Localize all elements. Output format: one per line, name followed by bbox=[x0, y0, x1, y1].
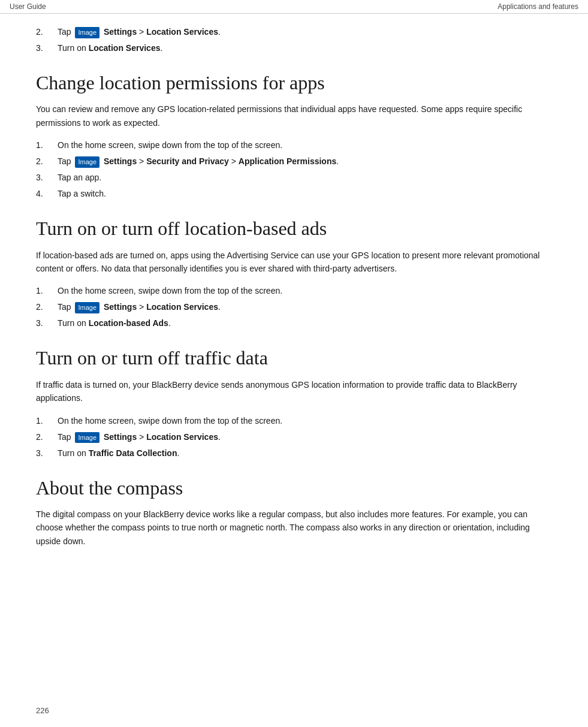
step-text: Turn on Location-based Ads. bbox=[58, 317, 552, 330]
step-text: Turn on Location Services. bbox=[58, 42, 552, 55]
step-item: 3. Turn on Traffic Data Collection. bbox=[36, 447, 552, 460]
bold-text: Settings bbox=[104, 27, 137, 37]
bold-text: Security and Privacy bbox=[146, 156, 229, 166]
step-text: On the home screen, swipe down from the … bbox=[58, 415, 552, 427]
page-header: User Guide Applications and features bbox=[0, 0, 588, 14]
bold-text: Settings bbox=[104, 432, 137, 442]
step-item: 1. On the home screen, swipe down from t… bbox=[36, 415, 552, 427]
step-item: 3. Turn on Location-based Ads. bbox=[36, 317, 552, 330]
step-number: 4. bbox=[36, 188, 58, 200]
page-footer: 226 bbox=[36, 706, 49, 715]
step-text: Tap an app. bbox=[58, 171, 552, 184]
bold-text: Location Services bbox=[89, 43, 161, 53]
page-number: 226 bbox=[36, 706, 49, 715]
step-item: 2. Tap Image Settings > Location Service… bbox=[36, 301, 552, 313]
header-left: User Guide bbox=[10, 2, 46, 11]
header-right: Applications and features bbox=[497, 2, 578, 11]
bold-text: Settings bbox=[104, 156, 137, 166]
bold-text: Location Services bbox=[146, 432, 218, 442]
step-text: Tap a switch. bbox=[58, 188, 552, 200]
step-number: 1. bbox=[36, 285, 58, 297]
step-item: 4. Tap a switch. bbox=[36, 188, 552, 200]
step-number: 3. bbox=[36, 447, 58, 460]
step-item: 2. Tap Image Settings > Location Service… bbox=[36, 431, 552, 444]
section-description: You can review and remove any GPS locati… bbox=[36, 102, 552, 129]
step-number: 3. bbox=[36, 171, 58, 184]
section-about-compass: About the compassThe digital compass on … bbox=[36, 476, 552, 548]
step-item: 1. On the home screen, swipe down from t… bbox=[36, 285, 552, 297]
intro-steps: 2. Tap Image Settings > Location Service… bbox=[36, 26, 552, 55]
step-item: 2. Tap Image Settings > Location Service… bbox=[36, 26, 552, 38]
step-text: On the home screen, swipe down from the … bbox=[58, 139, 552, 152]
section-change-location-permissions: Change location permissions for appsYou … bbox=[36, 71, 552, 200]
section-steps: 1. On the home screen, swipe down from t… bbox=[36, 139, 552, 200]
step-text: Turn on Traffic Data Collection. bbox=[58, 447, 552, 460]
bold-text: Location Services bbox=[146, 27, 218, 37]
section-steps: 1. On the home screen, swipe down from t… bbox=[36, 285, 552, 330]
section-title: Turn on or turn off location-based ads bbox=[36, 217, 552, 240]
step-item: 2. Tap Image Settings > Security and Pri… bbox=[36, 155, 552, 168]
sections-container: Change location permissions for appsYou … bbox=[36, 71, 552, 548]
section-title: Turn on or turn off traffic data bbox=[36, 346, 552, 369]
step-number: 1. bbox=[36, 139, 58, 152]
step-number: 2. bbox=[36, 431, 58, 444]
section-turn-on-off-location-ads: Turn on or turn off location-based adsIf… bbox=[36, 217, 552, 330]
step-item: 1. On the home screen, swipe down from t… bbox=[36, 139, 552, 152]
section-description: If location-based ads are turned on, app… bbox=[36, 249, 552, 276]
section-steps: 1. On the home screen, swipe down from t… bbox=[36, 415, 552, 460]
image-tag: Image bbox=[75, 27, 99, 38]
step-text: Tap Image Settings > Location Services. bbox=[58, 431, 552, 444]
section-description: The digital compass on your BlackBerry d… bbox=[36, 508, 552, 548]
step-number: 3. bbox=[36, 42, 58, 55]
step-number: 2. bbox=[36, 301, 58, 313]
step-number: 2. bbox=[36, 26, 58, 38]
section-turn-on-off-traffic-data: Turn on or turn off traffic dataIf traff… bbox=[36, 346, 552, 459]
image-tag: Image bbox=[75, 302, 99, 313]
bold-text: Application Permissions bbox=[239, 156, 336, 166]
image-tag: Image bbox=[75, 156, 99, 168]
step-text: Tap Image Settings > Location Services. bbox=[58, 26, 552, 38]
image-tag: Image bbox=[75, 432, 99, 444]
step-number: 3. bbox=[36, 317, 58, 330]
step-text: Tap Image Settings > Security and Privac… bbox=[58, 155, 552, 168]
section-description: If traffic data is turned on, your Black… bbox=[36, 378, 552, 405]
step-text: Tap Image Settings > Location Services. bbox=[58, 301, 552, 313]
step-number: 1. bbox=[36, 415, 58, 427]
step-number: 2. bbox=[36, 155, 58, 168]
section-title: About the compass bbox=[36, 476, 552, 499]
bold-text: Location-based Ads bbox=[89, 318, 168, 328]
step-text: On the home screen, swipe down from the … bbox=[58, 285, 552, 297]
section-title: Change location permissions for apps bbox=[36, 71, 552, 94]
bold-text: Traffic Data Collection bbox=[89, 448, 177, 458]
content-area: 2. Tap Image Settings > Location Service… bbox=[0, 14, 588, 581]
bold-text: Location Services bbox=[146, 302, 218, 312]
step-item: 3. Tap an app. bbox=[36, 171, 552, 184]
bold-text: Settings bbox=[104, 302, 137, 312]
step-item: 3. Turn on Location Services. bbox=[36, 42, 552, 55]
